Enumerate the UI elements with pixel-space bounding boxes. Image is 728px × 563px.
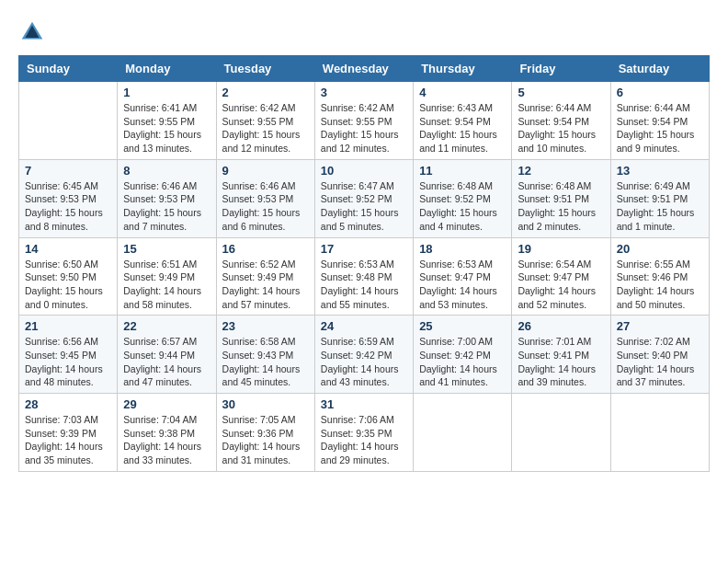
day-info: Sunrise: 6:56 AM Sunset: 9:45 PM Dayligh… [25, 335, 111, 389]
weekday-header-cell: Monday [118, 56, 216, 82]
day-number: 22 [123, 319, 210, 333]
day-info: Sunrise: 6:51 AM Sunset: 9:49 PM Dayligh… [123, 258, 210, 312]
day-info: Sunrise: 6:57 AM Sunset: 9:44 PM Dayligh… [123, 335, 210, 389]
calendar-day-cell: 6Sunrise: 6:44 AM Sunset: 9:54 PM Daylig… [610, 82, 709, 160]
day-info: Sunrise: 7:06 AM Sunset: 9:35 PM Dayligh… [321, 413, 407, 467]
day-info: Sunrise: 6:45 AM Sunset: 9:53 PM Dayligh… [25, 179, 111, 234]
calendar-day-cell: 7Sunrise: 6:45 AM Sunset: 9:53 PM Daylig… [19, 159, 118, 237]
day-number: 3 [321, 86, 407, 99]
day-number: 31 [321, 397, 407, 411]
day-number: 29 [123, 397, 210, 411]
calendar-header-row: SundayMondayTuesdayWednesdayThursdayFrid… [19, 56, 710, 82]
day-info: Sunrise: 6:47 AM Sunset: 9:52 PM Dayligh… [321, 179, 407, 234]
day-info: Sunrise: 7:01 AM Sunset: 9:41 PM Dayligh… [518, 335, 604, 389]
calendar-day-cell: 22Sunrise: 6:57 AM Sunset: 9:44 PM Dayli… [118, 316, 216, 394]
weekday-header-cell: Friday [512, 56, 610, 82]
calendar-week-row: 28Sunrise: 7:03 AM Sunset: 9:39 PM Dayli… [19, 394, 710, 472]
calendar-day-cell: 14Sunrise: 6:50 AM Sunset: 9:50 PM Dayli… [19, 237, 118, 316]
calendar-day-cell: 5Sunrise: 6:44 AM Sunset: 9:54 PM Daylig… [512, 82, 610, 160]
day-info: Sunrise: 6:42 AM Sunset: 9:55 PM Dayligh… [222, 101, 309, 155]
day-number: 25 [419, 319, 506, 333]
calendar-day-cell: 20Sunrise: 6:55 AM Sunset: 9:46 PM Dayli… [610, 237, 709, 316]
logo-icon [18, 18, 46, 46]
day-number: 15 [123, 242, 210, 256]
calendar-day-cell: 19Sunrise: 6:54 AM Sunset: 9:47 PM Dayli… [512, 237, 610, 316]
day-number: 5 [518, 86, 604, 99]
calendar-day-cell: 2Sunrise: 6:42 AM Sunset: 9:55 PM Daylig… [216, 82, 314, 160]
day-number: 7 [25, 164, 111, 178]
calendar-day-cell: 18Sunrise: 6:53 AM Sunset: 9:47 PM Dayli… [414, 237, 512, 316]
day-info: Sunrise: 6:43 AM Sunset: 9:54 PM Dayligh… [419, 101, 506, 155]
calendar-day-cell [512, 394, 610, 472]
day-info: Sunrise: 6:46 AM Sunset: 9:53 PM Dayligh… [222, 179, 309, 234]
day-info: Sunrise: 6:53 AM Sunset: 9:47 PM Dayligh… [419, 258, 506, 312]
day-number: 28 [25, 397, 111, 411]
day-info: Sunrise: 7:03 AM Sunset: 9:39 PM Dayligh… [25, 413, 111, 467]
day-info: Sunrise: 6:41 AM Sunset: 9:55 PM Dayligh… [123, 101, 210, 155]
day-info: Sunrise: 6:48 AM Sunset: 9:51 PM Dayligh… [518, 179, 604, 234]
calendar-day-cell: 15Sunrise: 6:51 AM Sunset: 9:49 PM Dayli… [118, 237, 216, 316]
day-info: Sunrise: 6:44 AM Sunset: 9:54 PM Dayligh… [518, 101, 604, 155]
calendar-day-cell: 28Sunrise: 7:03 AM Sunset: 9:39 PM Dayli… [19, 394, 118, 472]
day-number: 19 [518, 242, 604, 256]
day-number: 9 [222, 164, 309, 178]
calendar-day-cell: 4Sunrise: 6:43 AM Sunset: 9:54 PM Daylig… [414, 82, 512, 160]
calendar-day-cell [19, 82, 118, 160]
day-info: Sunrise: 7:05 AM Sunset: 9:36 PM Dayligh… [222, 413, 309, 467]
calendar-day-cell: 23Sunrise: 6:58 AM Sunset: 9:43 PM Dayli… [216, 316, 314, 394]
day-number: 24 [321, 319, 407, 333]
day-number: 10 [321, 164, 407, 178]
day-number: 8 [123, 164, 210, 178]
day-number: 11 [419, 164, 506, 178]
calendar-day-cell: 16Sunrise: 6:52 AM Sunset: 9:49 PM Dayli… [216, 237, 314, 316]
calendar-day-cell: 24Sunrise: 6:59 AM Sunset: 9:42 PM Dayli… [314, 316, 413, 394]
day-info: Sunrise: 6:42 AM Sunset: 9:55 PM Dayligh… [321, 101, 407, 155]
day-info: Sunrise: 6:52 AM Sunset: 9:49 PM Dayligh… [222, 258, 309, 312]
calendar-day-cell: 13Sunrise: 6:49 AM Sunset: 9:51 PM Dayli… [610, 159, 709, 237]
calendar-day-cell: 9Sunrise: 6:46 AM Sunset: 9:53 PM Daylig… [216, 159, 314, 237]
day-number: 23 [222, 319, 309, 333]
day-info: Sunrise: 6:49 AM Sunset: 9:51 PM Dayligh… [617, 179, 703, 234]
day-number: 27 [617, 319, 703, 333]
day-number: 18 [419, 242, 506, 256]
day-number: 20 [617, 242, 703, 256]
weekday-header-cell: Wednesday [314, 56, 413, 82]
calendar-day-cell: 1Sunrise: 6:41 AM Sunset: 9:55 PM Daylig… [118, 82, 216, 160]
day-number: 16 [222, 242, 309, 256]
calendar-day-cell: 21Sunrise: 6:56 AM Sunset: 9:45 PM Dayli… [19, 316, 118, 394]
calendar-week-row: 7Sunrise: 6:45 AM Sunset: 9:53 PM Daylig… [19, 159, 710, 237]
weekday-header-cell: Tuesday [216, 56, 314, 82]
day-number: 13 [617, 164, 703, 178]
day-number: 30 [222, 397, 309, 411]
weekday-header-cell: Sunday [19, 56, 118, 82]
day-info: Sunrise: 6:53 AM Sunset: 9:48 PM Dayligh… [321, 258, 407, 312]
day-info: Sunrise: 7:00 AM Sunset: 9:42 PM Dayligh… [419, 335, 506, 389]
calendar-day-cell [414, 394, 512, 472]
day-number: 1 [123, 86, 210, 99]
calendar-day-cell: 8Sunrise: 6:46 AM Sunset: 9:53 PM Daylig… [118, 159, 216, 237]
day-info: Sunrise: 6:55 AM Sunset: 9:46 PM Dayligh… [617, 258, 703, 312]
day-number: 14 [25, 242, 111, 256]
calendar-week-row: 14Sunrise: 6:50 AM Sunset: 9:50 PM Dayli… [19, 237, 710, 316]
calendar-week-row: 21Sunrise: 6:56 AM Sunset: 9:45 PM Dayli… [19, 316, 710, 394]
day-info: Sunrise: 7:04 AM Sunset: 9:38 PM Dayligh… [123, 413, 210, 467]
day-info: Sunrise: 6:59 AM Sunset: 9:42 PM Dayligh… [321, 335, 407, 389]
weekday-header-cell: Thursday [414, 56, 512, 82]
day-number: 12 [518, 164, 604, 178]
calendar-body: 1Sunrise: 6:41 AM Sunset: 9:55 PM Daylig… [19, 82, 710, 472]
calendar-table: SundayMondayTuesdayWednesdayThursdayFrid… [18, 55, 710, 472]
day-info: Sunrise: 6:58 AM Sunset: 9:43 PM Dayligh… [222, 335, 309, 389]
day-info: Sunrise: 6:50 AM Sunset: 9:50 PM Dayligh… [25, 258, 111, 312]
day-info: Sunrise: 7:02 AM Sunset: 9:40 PM Dayligh… [617, 335, 703, 389]
calendar-day-cell: 10Sunrise: 6:47 AM Sunset: 9:52 PM Dayli… [314, 159, 413, 237]
calendar-day-cell: 17Sunrise: 6:53 AM Sunset: 9:48 PM Dayli… [314, 237, 413, 316]
calendar-day-cell: 29Sunrise: 7:04 AM Sunset: 9:38 PM Dayli… [118, 394, 216, 472]
calendar-day-cell: 27Sunrise: 7:02 AM Sunset: 9:40 PM Dayli… [610, 316, 709, 394]
calendar-day-cell: 30Sunrise: 7:05 AM Sunset: 9:36 PM Dayli… [216, 394, 314, 472]
day-info: Sunrise: 6:46 AM Sunset: 9:53 PM Dayligh… [123, 179, 210, 234]
day-info: Sunrise: 6:48 AM Sunset: 9:52 PM Dayligh… [419, 179, 506, 234]
calendar-day-cell: 31Sunrise: 7:06 AM Sunset: 9:35 PM Dayli… [314, 394, 413, 472]
day-number: 17 [321, 242, 407, 256]
day-info: Sunrise: 6:54 AM Sunset: 9:47 PM Dayligh… [518, 258, 604, 312]
day-number: 21 [25, 319, 111, 333]
